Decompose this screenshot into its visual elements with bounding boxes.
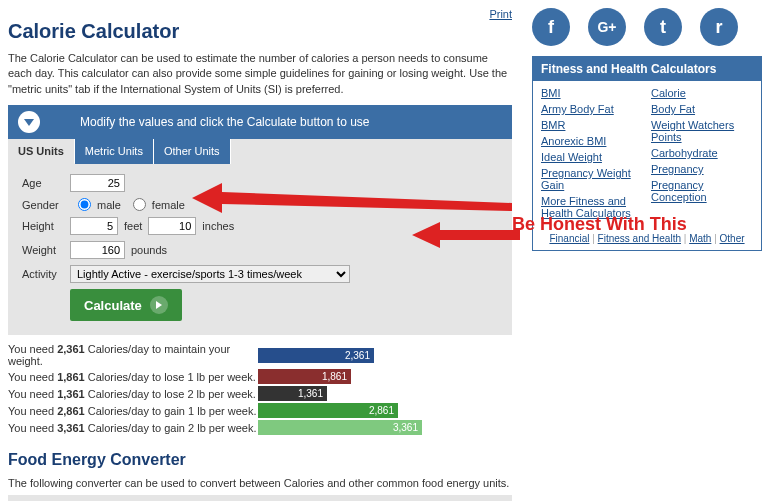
calc-link[interactable]: Carbohydrate	[651, 147, 753, 159]
print-link[interactable]: Print	[489, 8, 512, 20]
results-list: You need 2,361 Calories/day to maintain …	[8, 343, 512, 435]
page-title: Calorie Calculator	[8, 20, 512, 43]
tab-us-units[interactable]: US Units	[8, 139, 75, 164]
calc-link[interactable]: BMI	[541, 87, 643, 99]
intro-text: The Calorie Calculator can be used to es…	[8, 51, 512, 97]
converter-form: Calorie [Nutritional, kcal] = 4.1868 Kil…	[8, 495, 512, 501]
play-icon	[150, 296, 168, 314]
result-bar: 2,361	[258, 348, 374, 363]
chevron-down-icon	[18, 111, 40, 133]
age-input[interactable]	[70, 174, 125, 192]
print-link-row: Print	[8, 8, 512, 20]
converter-intro: The following converter can be used to c…	[8, 477, 512, 489]
facebook-icon[interactable]: f	[532, 8, 570, 46]
calc-link[interactable]: Pregnancy Conception	[651, 179, 753, 203]
annotation-arrow-icon	[412, 220, 522, 250]
social-row: f G+ t r	[532, 8, 762, 46]
weight-label: Weight	[22, 244, 70, 256]
gender-male-radio[interactable]	[78, 198, 91, 211]
reddit-icon[interactable]: r	[700, 8, 738, 46]
calc-link[interactable]: Anorexic BMI	[541, 135, 643, 147]
tab-metric-units[interactable]: Metric Units	[75, 139, 154, 164]
annotation-text: Be Honest With This	[512, 214, 687, 235]
svg-marker-0	[192, 183, 512, 213]
result-bar: 3,361	[258, 420, 422, 435]
category-link[interactable]: Math	[689, 233, 711, 244]
calc-link[interactable]: Weight Watchers Points	[651, 119, 753, 143]
result-bar: 2,861	[258, 403, 398, 418]
result-row: You need 2,861 Calories/day to gain 1 lb…	[8, 403, 512, 418]
calc-link[interactable]: Calorie	[651, 87, 753, 99]
height-feet-input[interactable]	[70, 217, 118, 235]
result-text: You need 3,361 Calories/day to gain 2 lb…	[8, 422, 258, 434]
gender-male-label: male	[97, 199, 121, 211]
instruction-text: Modify the values and click the Calculat…	[80, 115, 370, 129]
feet-unit: feet	[124, 220, 142, 232]
calc-link[interactable]: Pregnancy Weight Gain	[541, 167, 643, 191]
result-row: You need 1,861 Calories/day to lose 1 lb…	[8, 369, 512, 384]
gender-label: Gender	[22, 199, 70, 211]
calc-link[interactable]: Army Body Fat	[541, 103, 643, 115]
weight-unit: pounds	[131, 244, 167, 256]
age-label: Age	[22, 177, 70, 189]
weight-input[interactable]	[70, 241, 125, 259]
gender-female-label: female	[152, 199, 185, 211]
result-text: You need 1,361 Calories/day to lose 2 lb…	[8, 388, 258, 400]
instruction-bar: Modify the values and click the Calculat…	[8, 105, 512, 139]
google-plus-icon[interactable]: G+	[588, 8, 626, 46]
calculate-label: Calculate	[84, 298, 142, 313]
activity-select[interactable]: Lightly Active - exercise/sports 1-3 tim…	[70, 265, 350, 283]
result-row: You need 2,361 Calories/day to maintain …	[8, 343, 512, 367]
twitter-icon[interactable]: t	[644, 8, 682, 46]
result-row: You need 3,361 Calories/day to gain 2 lb…	[8, 420, 512, 435]
calc-link[interactable]: BMR	[541, 119, 643, 131]
panel-title: Fitness and Health Calculators	[533, 57, 761, 81]
result-text: You need 2,361 Calories/day to maintain …	[8, 343, 258, 367]
converter-title: Food Energy Converter	[8, 451, 512, 469]
calc-link[interactable]: Body Fat	[651, 103, 753, 115]
calculate-button[interactable]: Calculate	[70, 289, 182, 321]
svg-marker-1	[412, 222, 520, 248]
result-bar: 1,361	[258, 386, 327, 401]
height-inches-input[interactable]	[148, 217, 196, 235]
unit-tabs: US Units Metric Units Other Units	[8, 139, 512, 164]
result-text: You need 2,861 Calories/day to gain 1 lb…	[8, 405, 258, 417]
result-row: You need 1,361 Calories/day to lose 2 lb…	[8, 386, 512, 401]
result-bar: 1,861	[258, 369, 351, 384]
category-link[interactable]: Other	[720, 233, 745, 244]
calc-link[interactable]: Ideal Weight	[541, 151, 643, 163]
gender-female-radio[interactable]	[133, 198, 146, 211]
activity-label: Activity	[22, 268, 70, 280]
height-label: Height	[22, 220, 70, 232]
result-text: You need 1,861 Calories/day to lose 1 lb…	[8, 371, 258, 383]
calc-link[interactable]: Pregnancy	[651, 163, 753, 175]
tab-other-units[interactable]: Other Units	[154, 139, 231, 164]
